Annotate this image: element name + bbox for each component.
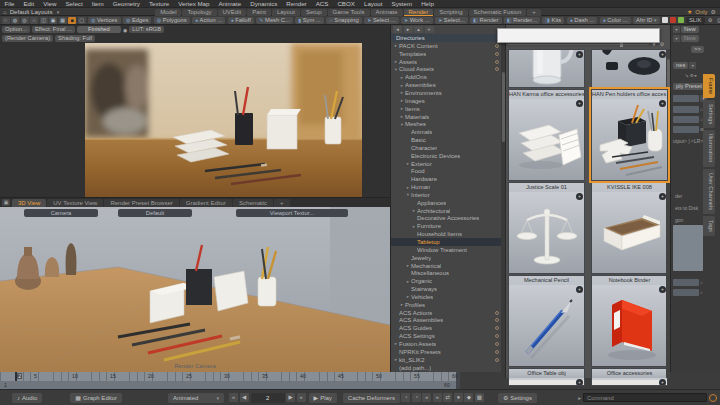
tree-item-addons[interactable]: ▸AddOns (391, 73, 502, 81)
tree-item-acs-settings[interactable]: ACS Settings (391, 332, 502, 340)
toolbar-snapping[interactable]: ∩Snapping (326, 17, 362, 24)
tree-item-character[interactable]: Character (391, 144, 502, 152)
layout-tab-game-tools[interactable]: Game Tools (328, 9, 370, 16)
toolbar-work-[interactable]: ➤Work ... (401, 17, 433, 24)
toolbar-color-[interactable]: ●Color ... (600, 17, 631, 24)
tree-item-hardware[interactable]: Hardware (391, 175, 502, 183)
tree-item-window-treatment[interactable]: Window Treatment (391, 246, 502, 254)
render-camera-button[interactable]: (Render Camera) (2, 35, 53, 42)
step-back-button[interactable]: ◀ (240, 393, 249, 402)
viewport-default-button[interactable]: Default (118, 209, 192, 217)
u-icon[interactable]: Ⓤ (716, 17, 720, 24)
toolbar-sym-[interactable]: ▮Sym ... (295, 17, 323, 24)
dropdown-field[interactable] (673, 95, 699, 102)
layout-tab-setup[interactable]: Setup (301, 9, 327, 16)
add-preset-icon[interactable]: + (576, 286, 583, 293)
radio-icon[interactable] (495, 52, 499, 56)
toolbar-render-[interactable]: ◧Render... (504, 17, 540, 24)
menu-view[interactable]: View (39, 0, 61, 8)
add-preset-icon[interactable]: + (659, 100, 666, 107)
tree-item-meshes[interactable]: ▾Meshes (391, 120, 502, 128)
center-tab-gradient-editor[interactable]: Gradient Editor (180, 199, 232, 207)
preset-cell-kvissle-ike-008[interactable]: KVISSLE IKE 008+ (591, 182, 668, 274)
directories-header[interactable]: Directories (391, 34, 505, 42)
scenes-dropdown[interactable]: nes (673, 62, 688, 69)
menu-acs[interactable]: ACS (311, 0, 333, 8)
radio-icon[interactable] (495, 311, 499, 315)
layout-tab-topology[interactable]: Topology (182, 9, 216, 16)
value-field[interactable] (673, 106, 699, 113)
vertical-tab-tags[interactable]: Tags (703, 216, 715, 236)
tree-item--add-path-[interactable]: (add path...) (391, 364, 502, 372)
tree-item-architectural[interactable]: ▸Architectural (391, 207, 502, 215)
preset-cell-thumb-1[interactable]: + (591, 49, 668, 88)
tree-item-electronic-devices[interactable]: Electronic Devices (391, 152, 502, 160)
clock-icon[interactable]: ◔ (401, 393, 410, 402)
default-layouts-dropdown[interactable]: Default Layouts (10, 8, 53, 15)
render-lut-button[interactable]: LUT: sRGB (129, 26, 164, 33)
layout-tab-model[interactable]: Model (155, 9, 181, 16)
layout-tab-render[interactable]: Render (404, 9, 434, 16)
tree-item-mechanical[interactable]: ▸Mechanical (391, 262, 502, 270)
toolbar-action-[interactable]: ●Action ... (192, 17, 225, 24)
menu-system[interactable]: System (387, 0, 417, 8)
radio-icon[interactable] (495, 44, 499, 48)
tree-item-household-items[interactable]: Household Items (391, 230, 502, 238)
tree-item-basic[interactable]: Basic (391, 136, 502, 144)
radio-icon[interactable] (495, 350, 499, 354)
gear-icon[interactable]: ⚙ (690, 73, 694, 78)
jump-end-button[interactable]: » (297, 393, 306, 402)
tree-item-tabletop[interactable]: Tabletop (391, 238, 502, 246)
only-toggle[interactable]: Only (695, 9, 707, 15)
toolbar-kits[interactable]: ◨Kits (542, 17, 564, 24)
tree-item-items[interactable]: ▸Items (391, 105, 502, 113)
radio-icon[interactable] (495, 326, 499, 330)
menu-select[interactable]: Select (61, 0, 87, 8)
vertical-tab-illumination[interactable]: Illumination (703, 130, 715, 166)
preset-cell-office-accessories[interactable]: Office accessories+ (591, 368, 668, 386)
layout-tab-uvedit[interactable]: UVEdit (218, 9, 247, 16)
play-button[interactable]: ▶ Play (309, 393, 337, 403)
chevron-down-icon[interactable]: ▾ (673, 35, 680, 42)
vertical-tab-frame[interactable]: Frame (703, 74, 715, 98)
history-icon[interactable] (709, 394, 717, 402)
new-button-2[interactable]: New (681, 35, 699, 42)
center-tab--[interactable]: + (274, 199, 290, 207)
star-icon[interactable]: ★ (687, 8, 692, 15)
tree-item-appliances[interactable]: Appliances (391, 199, 502, 207)
center-tab-3d-view[interactable]: 3D View (12, 199, 46, 207)
tree-item-animals[interactable]: Animals (391, 128, 502, 136)
preset-cell-notebook-binder[interactable]: Notebook Binder+ (591, 275, 668, 367)
up-icon[interactable]: ▴ (414, 26, 423, 33)
viewport-3d[interactable]: Camera Default Viewport Textur... Render… (0, 207, 390, 372)
center-tab-render-preset-browser[interactable]: Render Preset Browser (104, 199, 178, 207)
value-field[interactable] (673, 289, 699, 296)
thumbnail-size-slider[interactable] (508, 44, 649, 45)
vertical-tab-settings[interactable]: Settings (703, 100, 715, 128)
tree-item-human[interactable]: ▸Human (391, 183, 502, 191)
toolbar-select-[interactable]: ➤Select... (435, 17, 468, 24)
open-dropdown-overlay[interactable] (497, 28, 660, 43)
toolbar-slik[interactable]: SLIK (686, 17, 705, 24)
center-tab-schematic[interactable]: Schematic (233, 199, 273, 207)
radio-icon[interactable] (495, 318, 499, 322)
pop-out-icon[interactable]: ↘ (685, 73, 689, 78)
preset-cell-mechanical-pencil[interactable]: Mechanical Pencil+ (508, 275, 585, 367)
channel-icon[interactable]: ○ (700, 290, 703, 295)
home-icon[interactable]: ⌂ (3, 9, 7, 15)
tree-item-decorative-accessories[interactable]: Decorative Accessories (391, 215, 502, 223)
value-field[interactable] (673, 126, 699, 133)
value-field[interactable] (673, 116, 699, 123)
layout-tab--[interactable]: + (527, 9, 541, 16)
back-icon[interactable]: ◂ (393, 26, 402, 33)
preset-cell-han-karma-office-accessories[interactable]: HAN Karma office accessories+ (508, 89, 585, 181)
audio-button[interactable]: ♪ Audio (12, 393, 42, 403)
layout-tab-layout[interactable]: Layout (272, 9, 300, 16)
menu-vertex-map[interactable]: Vertex Map (174, 0, 214, 8)
toolbar-mesh-c-[interactable]: ✎Mesh C... (256, 17, 293, 24)
tree-item-vehicles[interactable]: ▸Vehicles (391, 293, 502, 301)
radio-icon[interactable] (495, 358, 499, 362)
menu-item[interactable]: Item (87, 0, 108, 8)
tree-item-materials[interactable]: ▸Materials (391, 113, 502, 121)
add-preset-icon[interactable]: + (576, 193, 583, 200)
